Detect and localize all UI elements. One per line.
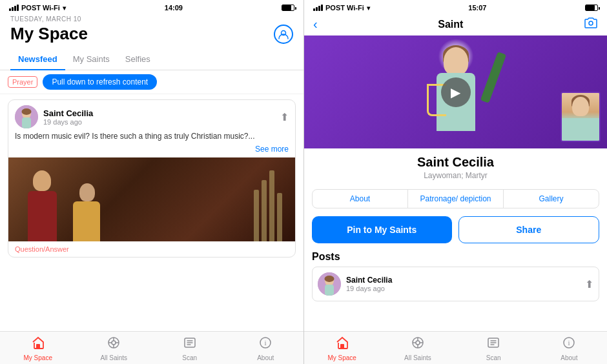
bar2-2 bbox=[316, 7, 318, 11]
action-buttons: Pin to My Saints Share bbox=[312, 216, 599, 243]
svg-text:i: i bbox=[568, 339, 570, 347]
tab-selfies[interactable]: Selfies bbox=[118, 49, 158, 70]
saint-info: Saint Cecilia Laywoman; Martyr bbox=[304, 148, 607, 184]
figure-left bbox=[28, 170, 57, 241]
post-time: 19 days ago bbox=[346, 285, 580, 292]
pull-badge: Pull down to refresh content bbox=[43, 74, 157, 90]
page-title-1: My Space bbox=[10, 24, 88, 44]
svg-text:i: i bbox=[265, 339, 267, 347]
time-1: 14:09 bbox=[165, 4, 183, 12]
detail-tabs: About Patronage/ depiction Gallery bbox=[312, 189, 599, 208]
card-meta: Saint Cecilia 19 days ago bbox=[43, 108, 275, 126]
svg-rect-4 bbox=[22, 117, 31, 128]
title-row: My Space bbox=[10, 24, 293, 44]
svg-rect-19 bbox=[325, 285, 334, 296]
nav-label-scan-1: Scan bbox=[182, 354, 197, 361]
nav-my-space-2[interactable]: My Space bbox=[304, 332, 380, 364]
home-icon-1 bbox=[31, 336, 45, 353]
tab-patronage[interactable]: Patronage/ depiction bbox=[408, 190, 504, 208]
scan-icon-1 bbox=[183, 336, 197, 353]
card-text: Is modern music evil? Is there such a th… bbox=[8, 131, 295, 145]
wifi-icon-2: ▾ bbox=[367, 5, 370, 12]
svg-rect-5 bbox=[36, 344, 40, 349]
saint-avatar-small-2 bbox=[318, 272, 341, 296]
battery-icon-2 bbox=[585, 5, 598, 11]
see-more-link[interactable]: See more bbox=[8, 145, 295, 157]
all-saints-icon-2 bbox=[411, 336, 425, 353]
portrait-inset bbox=[561, 92, 601, 142]
myspace-header: TUESDAY, MARCH 10 My Space bbox=[0, 14, 304, 49]
saint-name: Saint Cecilia bbox=[314, 155, 597, 170]
hero-image: ▶ bbox=[304, 35, 607, 148]
nav-about-1[interactable]: i About bbox=[228, 332, 304, 364]
nav-scan-1[interactable]: Scan bbox=[152, 332, 228, 364]
battery-fill-2 bbox=[586, 5, 595, 10]
svg-rect-20 bbox=[340, 344, 344, 349]
status-bar-2: POST Wi-Fi ▾ 15:07 bbox=[304, 0, 607, 14]
status-left-2: POST Wi-Fi ▾ bbox=[313, 4, 370, 12]
bar4-2 bbox=[321, 5, 323, 11]
portrait-inner bbox=[562, 93, 599, 141]
posts-section: Posts Saint Cecilia 19 days ago ⬆ bbox=[304, 248, 607, 301]
palm-branch bbox=[480, 52, 506, 103]
bar2 bbox=[12, 7, 14, 11]
back-button[interactable]: ‹ bbox=[313, 17, 318, 32]
status-bar-1: POST Wi-Fi ▾ 14:09 bbox=[0, 0, 304, 14]
share-button[interactable]: Share bbox=[458, 216, 600, 243]
svg-point-7 bbox=[112, 341, 116, 345]
svg-point-18 bbox=[325, 276, 334, 282]
card-painting bbox=[8, 157, 295, 241]
nav-scan-2[interactable]: Scan bbox=[456, 332, 531, 364]
battery-fill-1 bbox=[282, 5, 291, 10]
tab-gallery[interactable]: Gallery bbox=[504, 190, 599, 208]
prayer-tag: Prayer bbox=[8, 76, 37, 88]
nav-all-saints-2[interactable]: All Saints bbox=[380, 332, 455, 364]
card-tag: Question/Answer bbox=[8, 241, 295, 257]
pull-refresh-bar: Prayer Pull down to refresh content bbox=[0, 70, 304, 94]
nav-about-2[interactable]: i About bbox=[531, 332, 607, 364]
bar1-2 bbox=[313, 8, 315, 11]
nav-label-all-saints-1: All Saints bbox=[100, 354, 127, 361]
bar4 bbox=[17, 5, 19, 11]
saint-subtitle: Laywoman; Martyr bbox=[314, 171, 597, 180]
carrier-2: POST Wi-Fi bbox=[325, 4, 364, 12]
battery-icon-1 bbox=[282, 5, 294, 11]
tab-newsfeed[interactable]: Newsfeed bbox=[10, 49, 65, 70]
all-saints-icon-1 bbox=[107, 336, 121, 353]
about-icon-2: i bbox=[562, 336, 576, 353]
svg-point-3 bbox=[22, 108, 32, 115]
saint-head bbox=[444, 47, 468, 76]
share-icon-2[interactable]: ⬆ bbox=[585, 278, 593, 290]
tab-about[interactable]: About bbox=[313, 190, 408, 208]
pin-button[interactable]: Pin to My Saints bbox=[312, 216, 452, 243]
signal-bars-1 bbox=[9, 5, 19, 11]
phone-2: POST Wi-Fi ▾ 15:07 ‹ Saint bbox=[304, 0, 607, 364]
bar3 bbox=[14, 6, 16, 11]
nav-label-my-space-2: My Space bbox=[327, 354, 356, 361]
play-button[interactable]: ▶ bbox=[441, 77, 471, 107]
nav-all-saints-1[interactable]: All Saints bbox=[76, 332, 152, 364]
share-icon-1[interactable]: ⬆ bbox=[280, 111, 289, 123]
post-name: Saint Cecilia bbox=[346, 276, 580, 285]
bar3-2 bbox=[318, 6, 320, 11]
phone-1: POST Wi-Fi ▾ 14:09 TUESDAY, MARCH 10 My … bbox=[0, 0, 304, 364]
bar1 bbox=[9, 8, 11, 11]
profile-icon[interactable] bbox=[274, 25, 293, 44]
post-item: Saint Cecilia 19 days ago ⬆ bbox=[312, 267, 599, 301]
nav-my-space-1[interactable]: My Space bbox=[0, 332, 76, 364]
camera-icon[interactable] bbox=[584, 17, 598, 32]
nav-label-about-2: About bbox=[561, 354, 577, 361]
card-time: 19 days ago bbox=[43, 118, 275, 126]
card-name: Saint Cecilia bbox=[43, 108, 275, 118]
status-right-1 bbox=[282, 5, 294, 11]
date-label: TUESDAY, MARCH 10 bbox=[10, 15, 293, 23]
post-meta: Saint Cecilia 19 days ago bbox=[346, 276, 580, 292]
tabs-1: Newsfeed My Saints Selfies bbox=[0, 49, 304, 70]
carrier-1: POST Wi-Fi bbox=[21, 4, 60, 12]
nav-label-all-saints-2: All Saints bbox=[404, 354, 431, 361]
saint-header: ‹ Saint bbox=[304, 14, 607, 35]
page-title-2: Saint bbox=[438, 19, 463, 30]
nav-label-scan-2: Scan bbox=[486, 354, 501, 361]
portrait-body bbox=[562, 118, 599, 141]
tab-my-saints[interactable]: My Saints bbox=[65, 49, 118, 70]
